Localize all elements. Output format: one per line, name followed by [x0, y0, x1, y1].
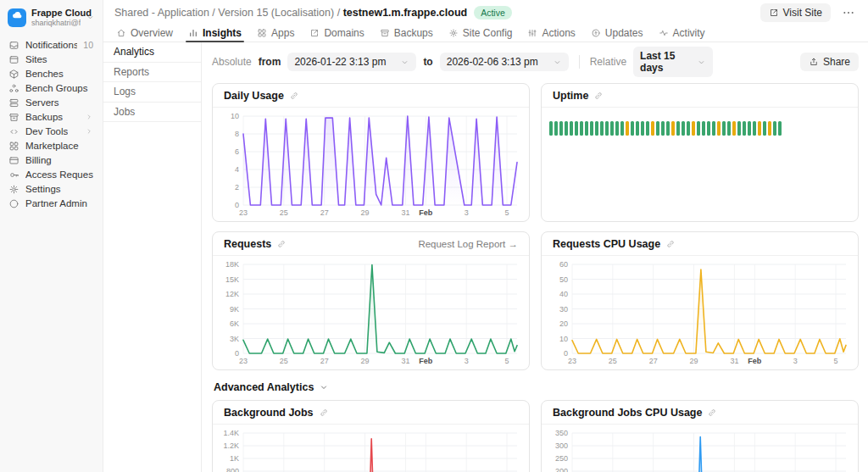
visit-site-button[interactable]: Visit Site — [760, 3, 831, 22]
svg-text:Feb: Feb — [419, 357, 433, 365]
analytics-content: Absolute from 2026-01-22 3:13 pm to 2026… — [202, 42, 868, 472]
tab-domains[interactable]: Domains — [303, 25, 370, 42]
from-label: from — [259, 56, 281, 68]
chart-title: Requests CPU Usage — [553, 238, 660, 250]
uptime-bar-up — [676, 121, 680, 136]
uptime-bar-degraded — [732, 121, 736, 136]
uptime-bar-degraded — [651, 121, 654, 136]
uptime-bar-up — [687, 121, 690, 136]
uptime-bar-up — [620, 121, 624, 136]
uptime-bar-up — [636, 121, 639, 136]
uptime-bar-up — [666, 121, 670, 136]
sidebar-nav: Notifications10SitesBenchesBench GroupsS… — [6, 38, 97, 211]
uptime-bar-degraded — [626, 121, 629, 136]
sidebar-item-servers[interactable]: Servers — [6, 96, 97, 110]
sidebar-item-partner-admin[interactable]: Partner Admin — [6, 197, 97, 211]
copy-link-icon[interactable] — [707, 408, 717, 418]
submenu-item-analytics[interactable]: Analytics — [103, 42, 201, 63]
svg-text:30: 30 — [559, 305, 568, 314]
svg-text:5: 5 — [834, 357, 838, 365]
uptime-bars — [542, 108, 858, 136]
uptime-bar-up — [753, 121, 756, 136]
daily-usage-chart: 02468102325272931Feb35 — [216, 109, 524, 219]
marketplace-icon — [8, 141, 19, 152]
uptime-bar-up — [559, 121, 563, 136]
submenu-item-logs[interactable]: Logs — [103, 82, 201, 103]
uptime-bar-up — [631, 121, 634, 136]
chevron-down-icon — [319, 382, 329, 392]
svg-text:3: 3 — [465, 357, 469, 365]
share-button[interactable]: Share — [800, 53, 859, 71]
submenu-item-jobs[interactable]: Jobs — [103, 103, 201, 123]
request-log-report-link[interactable]: Request Log Report → — [418, 239, 518, 249]
svg-text:23: 23 — [239, 208, 248, 217]
copy-link-icon[interactable] — [593, 91, 604, 101]
sidebar-item-notifications[interactable]: Notifications10 — [6, 38, 97, 53]
svg-text:27: 27 — [649, 357, 658, 365]
tab-apps[interactable]: Apps — [250, 25, 301, 42]
inbox-icon — [8, 40, 19, 51]
card-background-jobs-cpu: Background Jobs CPU Usage 05010015020025… — [541, 400, 859, 472]
user-email: shariqkhatri@frapp... — [31, 19, 81, 28]
access-requests-icon — [8, 169, 19, 180]
more-menu-button[interactable] — [837, 4, 860, 21]
app-root: Frappe Cloud shariqkhatri@frapp... Notif… — [0, 0, 868, 472]
uptime-bar-degraded — [758, 121, 761, 136]
copy-link-icon[interactable] — [276, 239, 287, 249]
uptime-bar-degraded — [692, 121, 695, 136]
copy-link-icon[interactable] — [665, 239, 676, 249]
account-switcher[interactable]: Frappe Cloud shariqkhatri@frapp... — [6, 7, 97, 29]
svg-text:9K: 9K — [230, 305, 239, 314]
sidebar-item-settings[interactable]: Settings — [6, 182, 97, 197]
card-uptime: Uptime — [541, 83, 859, 222]
svg-text:50: 50 — [559, 275, 568, 284]
tab-backups[interactable]: Backups — [373, 25, 440, 42]
domains-icon — [309, 28, 320, 38]
sidebar-item-billing[interactable]: Billing — [6, 153, 97, 168]
sidebar-item-bench-groups[interactable]: Bench Groups — [6, 81, 97, 96]
sidebar-item-dev-tools[interactable]: Dev Tools — [6, 125, 97, 139]
svg-text:800: 800 — [226, 467, 239, 472]
sidebar-item-benches[interactable]: Benches — [6, 67, 97, 81]
svg-text:31: 31 — [730, 357, 738, 365]
svg-text:6: 6 — [235, 147, 239, 156]
sidebar-item-sites[interactable]: Sites — [6, 53, 97, 67]
svg-text:25: 25 — [609, 357, 617, 365]
billing-icon — [8, 155, 19, 166]
svg-text:6K: 6K — [230, 319, 239, 328]
svg-text:Feb: Feb — [748, 357, 762, 365]
backups-tab-icon — [380, 28, 390, 38]
partner-admin-icon — [8, 198, 19, 209]
svg-text:27: 27 — [320, 357, 329, 365]
tab-activity[interactable]: Activity — [652, 25, 712, 42]
uptime-bar-up — [737, 121, 741, 136]
svg-text:12K: 12K — [225, 290, 239, 298]
tab-overview[interactable]: Overview — [109, 25, 180, 42]
tab-updates[interactable]: Updates — [584, 25, 650, 42]
tab-actions[interactable]: Actions — [520, 25, 581, 42]
tab-site-config[interactable]: Site Config — [442, 25, 520, 42]
tab-insights[interactable]: Insights — [181, 25, 248, 42]
advanced-analytics-toggle[interactable]: Advanced Analytics — [214, 381, 857, 393]
requests-chart: 03K6K9K12K15K18K2325272931Feb35 — [216, 258, 524, 368]
to-date-select[interactable]: 2026-02-06 3:13 pm — [440, 53, 569, 71]
svg-text:8: 8 — [235, 130, 239, 138]
chevron-down-icon — [553, 58, 562, 67]
relative-range-select[interactable]: Last 15 days — [633, 47, 713, 77]
status-badge: Active — [474, 6, 512, 19]
sidebar-item-marketplace[interactable]: Marketplace — [6, 139, 97, 153]
uptime-bar-up — [712, 121, 715, 136]
copy-link-icon[interactable] — [289, 91, 299, 101]
chevron-down-icon — [86, 13, 95, 22]
copy-link-icon[interactable] — [319, 408, 329, 418]
svg-text:29: 29 — [361, 208, 370, 217]
uptime-bar-degraded — [717, 121, 721, 136]
uptime-bar-up — [570, 121, 573, 136]
sidebar-item-backups[interactable]: Backups — [6, 110, 97, 125]
sidebar-item-access-requests[interactable]: Access Requests — [6, 168, 97, 182]
actions-icon — [527, 28, 537, 38]
submenu-item-reports[interactable]: Reports — [103, 63, 201, 83]
from-date-select[interactable]: 2026-01-22 3:13 pm — [287, 53, 416, 71]
uptime-bar-up — [697, 121, 700, 136]
uptime-bar-up — [646, 121, 649, 136]
